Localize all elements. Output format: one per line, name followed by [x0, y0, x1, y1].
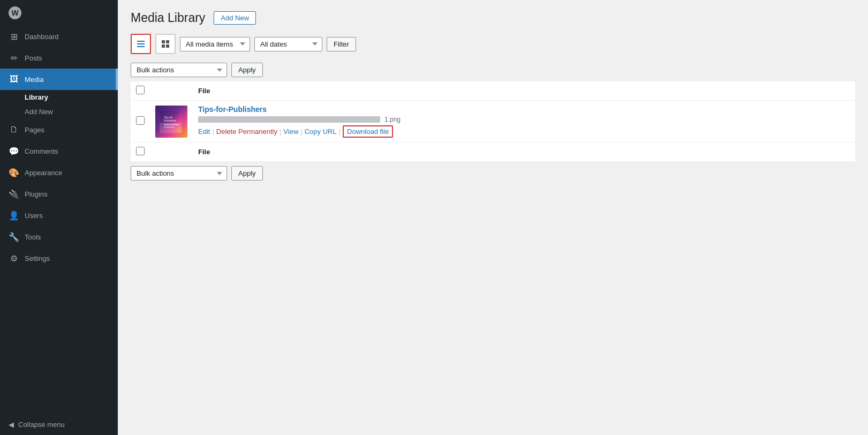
- table-row: Tips for Publishers Tips-for-Publishers …: [131, 101, 855, 142]
- svg-rect-3: [162, 40, 165, 43]
- filter-button[interactable]: Filter: [327, 37, 356, 51]
- wp-icon: W: [9, 6, 21, 19]
- copy-url-link[interactable]: Copy URL: [305, 128, 337, 136]
- svg-rect-8: [164, 124, 179, 125]
- sidebar-item-posts[interactable]: ✏ Posts: [0, 47, 118, 69]
- collapse-menu-button[interactable]: ◀ Collapse menu: [0, 414, 118, 435]
- main-content: Media Library Add New: [118, 0, 868, 435]
- svg-rect-4: [166, 40, 169, 43]
- sidebar-item-appearance[interactable]: 🎨 Appearance: [0, 162, 118, 183]
- sidebar-logo: W: [0, 0, 118, 26]
- sidebar-sub-item-library[interactable]: Library: [0, 90, 118, 104]
- row-checkbox[interactable]: [136, 116, 145, 125]
- page-header: Media Library Add New: [131, 11, 855, 25]
- appearance-icon: 🎨: [9, 167, 19, 178]
- select-all-checkbox[interactable]: [136, 86, 145, 94]
- svg-rect-0: [137, 41, 145, 42]
- delete-link[interactable]: Delete Permanently: [216, 128, 277, 136]
- list-view-icon: [136, 39, 146, 49]
- date-filter[interactable]: All dates January 2024 February 2024: [254, 37, 322, 51]
- toolbar: All media items Images Audio Video Docum…: [131, 34, 855, 54]
- footer-select-all-checkbox[interactable]: [136, 147, 145, 155]
- page-title: Media Library: [131, 11, 205, 25]
- settings-icon: ⚙: [9, 253, 19, 264]
- sidebar-item-plugins[interactable]: 🔌 Plugins: [0, 183, 118, 205]
- comments-icon: 💬: [9, 146, 19, 156]
- bulk-actions-bar-bottom: Bulk actions Delete Permanently Apply: [131, 166, 855, 181]
- sidebar-item-label: Plugins: [25, 190, 48, 198]
- sidebar-item-label: Users: [25, 212, 43, 220]
- separator-2: |: [280, 128, 281, 136]
- collapse-label: Collapse menu: [18, 421, 65, 429]
- table-footer-header-row: File: [131, 142, 855, 162]
- svg-rect-5: [162, 44, 165, 48]
- header-file-cell: File: [193, 81, 855, 101]
- content-area: Media Library Add New: [118, 0, 868, 435]
- sidebar-item-label: Appearance: [25, 169, 62, 177]
- plugins-icon: 🔌: [9, 189, 19, 199]
- file-name: 1.png: [384, 116, 401, 123]
- sidebar-sub-label: Add New: [25, 108, 53, 116]
- sidebar: W ⊞ Dashboard ✏ Posts 🖼 Media Library Ad…: [0, 0, 118, 435]
- grid-view-icon: [161, 39, 170, 49]
- users-icon: 👤: [9, 210, 19, 221]
- bulk-actions-bar-top: Bulk actions Delete Permanently Apply: [131, 63, 855, 77]
- row-checkbox-cell: [131, 101, 150, 142]
- sidebar-item-pages[interactable]: 🗋 Pages: [0, 119, 118, 140]
- svg-rect-1: [137, 43, 145, 44]
- svg-rect-9: [164, 126, 175, 128]
- separator-4: |: [339, 128, 341, 136]
- thumbnail-image: Tips for Publishers: [161, 111, 182, 132]
- footer-thumb-cell: [150, 142, 193, 162]
- apply-button-top[interactable]: Apply: [231, 63, 263, 77]
- sidebar-item-settings[interactable]: ⚙ Settings: [0, 248, 118, 269]
- file-progress-bar: [198, 116, 380, 123]
- sidebar-item-comments[interactable]: 💬 Comments: [0, 140, 118, 162]
- sidebar-item-tools[interactable]: 🔧 Tools: [0, 226, 118, 248]
- sidebar-sub-label: Library: [25, 93, 48, 101]
- file-title-link[interactable]: Tips-for-Publishers: [198, 105, 850, 114]
- download-file-button[interactable]: Download file: [343, 125, 393, 138]
- footer-checkbox-cell: [131, 142, 150, 162]
- pages-icon: 🗋: [9, 124, 19, 135]
- svg-rect-6: [166, 44, 169, 48]
- view-link[interactable]: View: [283, 128, 298, 136]
- header-checkbox-cell: [131, 81, 150, 101]
- media-type-filter[interactable]: All media items Images Audio Video Docum…: [180, 37, 250, 51]
- sidebar-item-label: Posts: [25, 54, 42, 62]
- footer-file-column-header: File: [198, 148, 210, 156]
- footer-file-cell: File: [193, 142, 855, 162]
- sidebar-item-label: Pages: [25, 126, 44, 134]
- svg-rect-2: [137, 46, 145, 47]
- sidebar-item-label: Comments: [25, 147, 58, 155]
- add-new-button[interactable]: Add New: [214, 11, 256, 25]
- posts-icon: ✏: [9, 52, 19, 63]
- separator-3: |: [300, 128, 302, 136]
- list-view-button[interactable]: [131, 34, 151, 54]
- media-icon: 🖼: [9, 74, 19, 85]
- dashboard-icon: ⊞: [9, 31, 19, 42]
- media-thumbnail: Tips for Publishers: [155, 106, 187, 138]
- file-actions: Edit | Delete Permanently | View | Copy …: [198, 125, 850, 138]
- table-header-row: File: [131, 81, 855, 101]
- row-thumb-cell: Tips for Publishers: [150, 101, 193, 142]
- tools-icon: 🔧: [9, 231, 19, 242]
- bulk-actions-select-top[interactable]: Bulk actions Delete Permanently: [131, 63, 227, 77]
- edit-link[interactable]: Edit: [198, 128, 210, 136]
- grid-view-button[interactable]: [155, 34, 176, 54]
- separator-1: |: [212, 128, 214, 136]
- sidebar-item-label: Media: [25, 76, 43, 84]
- sidebar-sub-item-add-new[interactable]: Add New: [0, 104, 118, 119]
- apply-button-bottom[interactable]: Apply: [231, 166, 263, 181]
- sidebar-item-label: Settings: [25, 254, 50, 262]
- sidebar-item-label: Tools: [25, 233, 41, 241]
- header-thumb-cell: [150, 81, 193, 101]
- sidebar-item-media[interactable]: 🖼 Media: [0, 69, 118, 90]
- sidebar-item-dashboard[interactable]: ⊞ Dashboard: [0, 26, 118, 47]
- sidebar-item-users[interactable]: 👤 Users: [0, 205, 118, 226]
- media-table: File: [131, 81, 855, 162]
- row-file-details-cell: Tips-for-Publishers 1.png Edit | Delete …: [193, 101, 855, 142]
- svg-text:Publishers: Publishers: [164, 119, 177, 122]
- file-column-header: File: [198, 87, 210, 95]
- bulk-actions-select-bottom[interactable]: Bulk actions Delete Permanently: [131, 166, 227, 181]
